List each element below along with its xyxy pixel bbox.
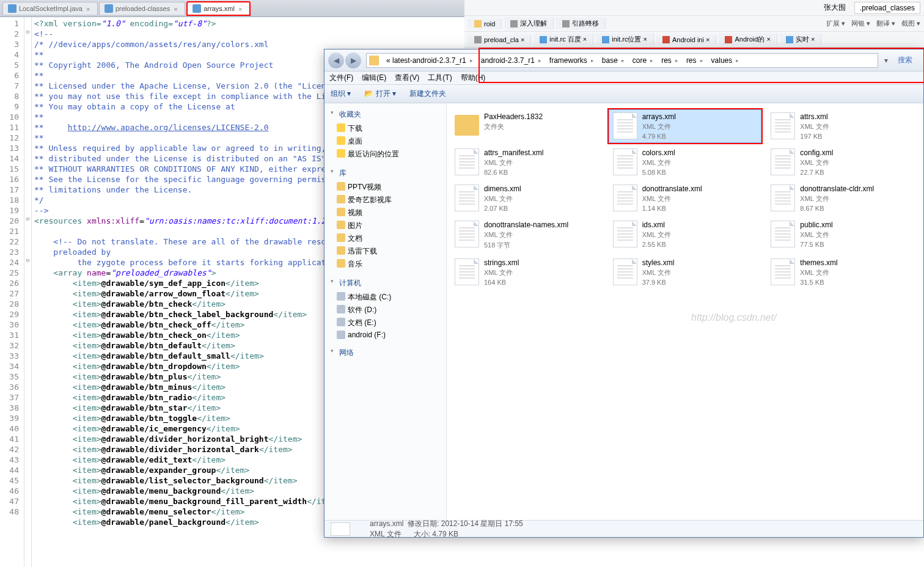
file-item[interactable]: themes.xmlXML 文件31.5 KB (766, 255, 920, 289)
sidebar-item[interactable]: 最近访问的位置 (327, 148, 444, 161)
top-tab[interactable]: .preload_classes (854, 2, 920, 14)
file-name: config.xml (800, 148, 833, 157)
fold-column[interactable]: ⊟⊟⊟ (24, 17, 32, 567)
file-size: 82.6 KB (484, 169, 543, 176)
ext-button[interactable]: 网银 ▾ (851, 19, 870, 28)
doc-icon (455, 185, 479, 211)
file-item[interactable]: strings.xmlXML 文件164 KB (450, 255, 604, 289)
doc-icon (455, 258, 479, 285)
explorer-toolbar: 组织 ▾📂 打开 ▾新建文件夹 (324, 85, 923, 103)
close-icon[interactable]: × (174, 5, 180, 12)
file-icon (8, 4, 16, 13)
browser-tab[interactable]: Android ini × (656, 35, 716, 45)
sidebar-item[interactable]: 图片 (327, 219, 444, 232)
browser-tab[interactable]: 实时 × (780, 34, 821, 45)
folder-icon (455, 115, 479, 136)
file-item[interactable]: attrs.xmlXML 文件197 KB (766, 109, 920, 143)
bookmark[interactable]: 引路蜂移 (556, 18, 606, 29)
file-type: XML 文件 (484, 230, 568, 240)
status-name: arrays.xml (370, 519, 403, 528)
menu-item[interactable]: 工具(T) (428, 73, 452, 83)
menu-item[interactable]: 查看(V) (395, 73, 419, 83)
status-date-label: 修改日期: (408, 519, 439, 528)
file-type: XML 文件 (800, 122, 829, 131)
file-name: public.xml (800, 221, 832, 229)
sidebar-item[interactable]: 视频 (327, 207, 444, 219)
sidebar-heading[interactable]: 库 (327, 167, 444, 181)
doc-icon (771, 185, 795, 211)
sidebar-item[interactable]: android (F:) (327, 329, 444, 340)
sidebar-item[interactable]: 文档 (327, 232, 444, 245)
file-item[interactable]: donottranslate.xmlXML 文件1.14 KB (609, 181, 762, 215)
bookmark[interactable]: roid (468, 19, 502, 29)
sidebar-item[interactable]: PPTV视频 (327, 181, 444, 194)
bookmark[interactable]: 深入理解 (504, 18, 554, 29)
menu-item[interactable]: 编辑(E) (362, 73, 386, 83)
file-item[interactable]: ids.xmlXML 文件2.55 KB (609, 218, 762, 253)
sidebar-heading[interactable]: 收藏夹 (327, 108, 444, 122)
back-button[interactable]: ◀ (328, 53, 344, 68)
file-name: ids.xml (642, 221, 671, 229)
sidebar-item[interactable]: 爱奇艺影视库 (327, 194, 444, 207)
browser-tab[interactable]: init.rc位置 × (596, 34, 654, 45)
doc-icon (771, 148, 795, 175)
bookmark-icon (474, 20, 482, 27)
forward-button[interactable]: ▶ (345, 53, 361, 68)
file-item[interactable]: PaxHeaders.1832文件夹 (450, 109, 604, 143)
sidebar-item[interactable]: 软件 (D:) (327, 304, 444, 316)
file-item[interactable]: arrays.xmlXML 文件4.79 KB (609, 109, 762, 143)
toolbar-button[interactable]: 新建文件夹 (409, 89, 446, 99)
file-type: XML 文件 (800, 268, 837, 277)
sidebar-item[interactable]: 桌面 (327, 135, 444, 148)
file-type: XML 文件 (484, 268, 519, 277)
sidebar-item[interactable]: 本地磁盘 (C:) (327, 291, 444, 304)
file-name: themes.xml (800, 258, 837, 267)
editor-tab[interactable]: arrays.xml× (186, 1, 251, 16)
doc-icon (771, 221, 795, 247)
sidebar-heading[interactable]: 网络 (327, 346, 444, 360)
close-icon[interactable]: × (86, 5, 92, 12)
doc-icon (613, 258, 637, 285)
menu-item[interactable]: 文件(F) (329, 73, 353, 83)
file-item[interactable]: attrs_manifest.xmlXML 文件82.6 KB (450, 145, 604, 179)
browser-tab[interactable]: init.rc 百度 × (534, 34, 593, 45)
tab-icon (786, 36, 793, 43)
file-name: arrays.xml (642, 112, 676, 121)
browser-tab[interactable]: preload_cla × (468, 35, 531, 45)
file-item[interactable]: colors.xmlXML 文件5.08 KB (609, 145, 762, 179)
close-icon[interactable]: × (238, 5, 244, 12)
file-name: PaxHeaders.1832 (484, 112, 543, 121)
file-name: dimens.xml (484, 185, 521, 193)
file-size: 8.67 KB (800, 205, 874, 212)
sidebar-item[interactable]: 音乐 (327, 258, 444, 271)
status-size: 4.79 KB (432, 530, 458, 538)
browser-tab[interactable]: Android的 × (719, 34, 777, 45)
sidebar-item[interactable]: 文档 (E:) (327, 316, 444, 329)
ext-button[interactable]: 翻译 ▾ (876, 19, 895, 28)
breadcrumb-segment[interactable]: « latest-android-2.3.7_r1 (383, 56, 477, 65)
ext-button[interactable]: 截图 ▾ (901, 19, 920, 28)
tab-icon (725, 36, 732, 43)
file-type: XML 文件 (642, 230, 671, 240)
file-item[interactable]: donottranslate-cldr.xmlXML 文件8.67 KB (766, 181, 920, 215)
file-item[interactable]: donottranslate-names.xmlXML 文件518 字节 (450, 218, 604, 253)
file-item[interactable]: dimens.xmlXML 文件2.07 KB (450, 181, 604, 215)
tab-icon (474, 36, 482, 43)
toolbar-button[interactable]: 组织 ▾ (331, 89, 351, 99)
folder-icon (369, 56, 379, 65)
sidebar-item[interactable]: 迅雷下载 (327, 245, 444, 258)
doc-icon (613, 112, 637, 139)
sidebar-heading[interactable]: 计算机 (327, 277, 444, 291)
ext-button[interactable]: 扩展 ▾ (826, 19, 845, 28)
browser-topstrip: 张大围 .preload_classes roid深入理解引路蜂移扩展 ▾网银 … (464, 0, 924, 49)
file-item[interactable]: styles.xmlXML 文件37.9 KB (609, 255, 762, 289)
editor-tab[interactable]: LocalSocketImpl.java× (2, 2, 98, 15)
toolbar-button[interactable]: 📂 打开 ▾ (364, 89, 396, 99)
top-tab[interactable]: 张大围 (824, 2, 846, 13)
sidebar-item[interactable]: 下载 (327, 122, 444, 135)
file-item[interactable]: config.xmlXML 文件22.7 KB (766, 145, 920, 179)
file-size: 518 字节 (484, 241, 568, 250)
editor-tab[interactable]: preloaded-classes× (99, 2, 185, 15)
file-item[interactable]: public.xmlXML 文件77.5 KB (766, 218, 920, 253)
status-bar: arrays.xml 修改日期: 2012-10-14 星期日 17:55 XM… (324, 520, 923, 537)
